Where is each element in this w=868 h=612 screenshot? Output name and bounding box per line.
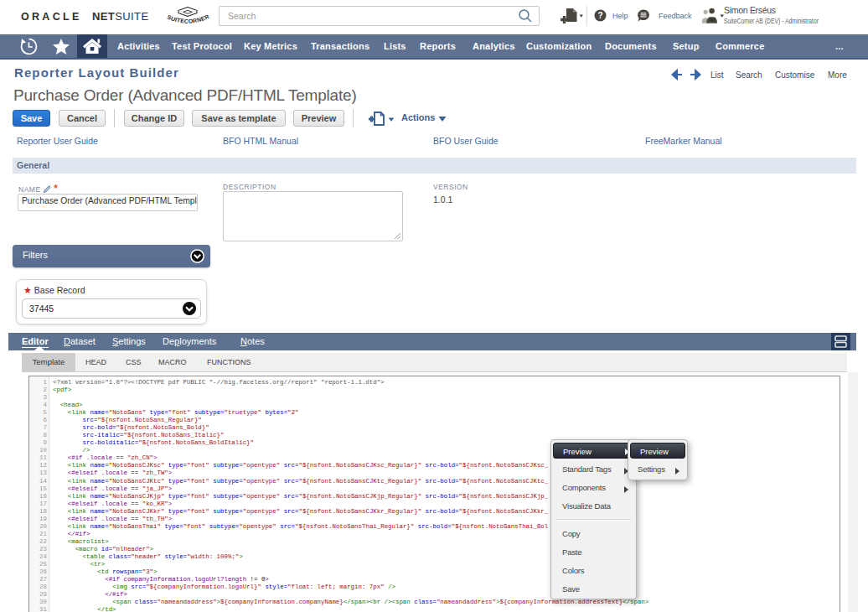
svg-text:?: ? bbox=[597, 11, 602, 20]
